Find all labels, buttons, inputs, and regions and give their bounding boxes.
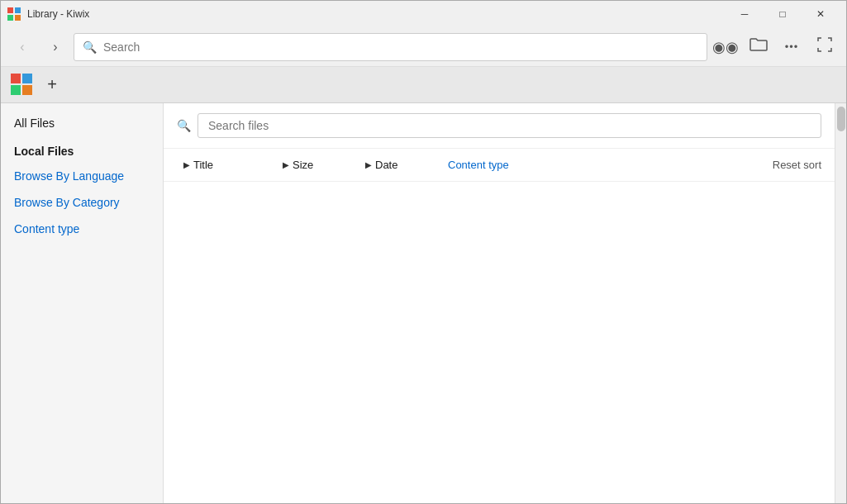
- title-sort-arrow: ▶: [183, 160, 190, 169]
- back-button[interactable]: ‹: [7, 32, 37, 62]
- toolbar-actions: ◉◉ •••: [711, 32, 840, 62]
- content-search-icon: 🔍: [177, 119, 191, 132]
- svg-rect-5: [22, 74, 32, 83]
- size-sort-arrow: ▶: [283, 160, 289, 169]
- svg-rect-4: [11, 74, 21, 83]
- close-button[interactable]: ✕: [802, 1, 840, 27]
- size-col-label: Size: [293, 159, 313, 171]
- col-header-size[interactable]: ▶ Size: [276, 155, 359, 174]
- address-search-bar: 🔍: [74, 33, 707, 61]
- main-layout: All Files Local Files Browse By Language…: [1, 103, 846, 503]
- more-button[interactable]: •••: [777, 32, 807, 62]
- add-button[interactable]: +: [40, 74, 64, 97]
- window-title: Library - Kiwix: [27, 8, 89, 20]
- app-bar: +: [1, 67, 846, 103]
- svg-rect-2: [7, 15, 13, 21]
- address-search-input[interactable]: [103, 40, 698, 54]
- col-header-date[interactable]: ▶ Date: [359, 155, 441, 174]
- content-search-input[interactable]: [197, 113, 821, 138]
- content-area: 🔍 ▶ Title ▶ Size ▶ Date Content type Res…: [164, 103, 835, 503]
- svg-rect-1: [15, 7, 21, 13]
- col-header-title[interactable]: ▶ Title: [177, 155, 276, 174]
- folder-icon: [749, 37, 768, 56]
- glasses-icon: ◉◉: [712, 38, 739, 56]
- sidebar-item-content-type[interactable]: Content type: [1, 216, 163, 242]
- title-bar-left: Library - Kiwix: [7, 7, 89, 21]
- kiwix-logo: [11, 74, 34, 97]
- search-icon: 🔍: [83, 40, 97, 54]
- scrollbar-thumb[interactable]: [837, 107, 845, 131]
- more-icon: •••: [785, 40, 799, 53]
- sidebar-local-files-header: Local Files: [1, 136, 163, 163]
- folder-button[interactable]: [744, 32, 773, 62]
- date-col-label: Date: [375, 159, 397, 171]
- sidebar-item-all-files[interactable]: All Files: [1, 110, 163, 136]
- svg-rect-7: [22, 85, 32, 95]
- title-bar: Library - Kiwix ─ □ ✕: [1, 1, 846, 27]
- sidebar-item-browse-language[interactable]: Browse By Language: [1, 163, 163, 189]
- content-type-col-label: Content type: [448, 159, 509, 171]
- restore-button[interactable]: □: [764, 1, 802, 27]
- sidebar-item-browse-category[interactable]: Browse By Category: [1, 189, 163, 216]
- reset-sort-button[interactable]: Reset sort: [773, 159, 821, 171]
- toolbar: ‹ › 🔍 ◉◉ •••: [1, 27, 846, 67]
- window-controls: ─ □ ✕: [726, 1, 840, 27]
- svg-rect-3: [15, 15, 21, 21]
- kiwix-title-icon: [7, 7, 21, 21]
- svg-rect-0: [7, 7, 13, 13]
- fullscreen-button[interactable]: [810, 32, 840, 62]
- sidebar: All Files Local Files Browse By Language…: [1, 103, 164, 503]
- glasses-button[interactable]: ◉◉: [711, 32, 740, 62]
- column-headers: ▶ Title ▶ Size ▶ Date Content type Reset…: [164, 149, 835, 182]
- forward-icon: ›: [53, 40, 57, 55]
- fullscreen-icon: [817, 37, 832, 56]
- title-col-label: Title: [193, 159, 213, 171]
- content-search-bar: 🔍: [164, 103, 835, 149]
- minimize-button[interactable]: ─: [726, 1, 764, 27]
- col-header-content-type[interactable]: Content type: [441, 155, 773, 174]
- forward-button[interactable]: ›: [40, 32, 70, 62]
- svg-rect-6: [11, 85, 21, 95]
- date-sort-arrow: ▶: [365, 160, 372, 169]
- scrollbar-track[interactable]: [835, 103, 846, 503]
- empty-content: [164, 182, 835, 503]
- back-icon: ‹: [20, 40, 24, 55]
